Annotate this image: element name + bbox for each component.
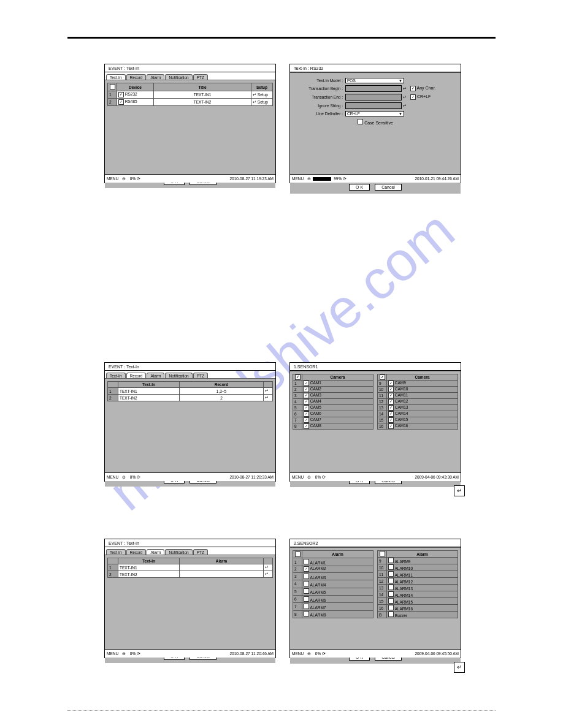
select-model[interactable]: POS▼: [345, 78, 404, 83]
tab-record[interactable]: Record: [126, 549, 147, 555]
tab-notification[interactable]: Notification: [165, 373, 192, 378]
list-item[interactable]: 3 ALARM3: [293, 572, 373, 580]
row-check[interactable]: [388, 612, 394, 617]
row-check[interactable]: [304, 393, 309, 398]
row-check[interactable]: [304, 588, 309, 594]
tab-textin[interactable]: Text-In: [106, 373, 126, 378]
list-item[interactable]: 8 CAM8: [293, 423, 373, 430]
row-check[interactable]: [118, 99, 124, 105]
row-check[interactable]: [388, 399, 394, 404]
menu-label[interactable]: MENU: [107, 651, 118, 656]
table-row[interactable]: 1TEXT-IN11,3~5↵: [108, 388, 273, 395]
menu-label[interactable]: MENU: [292, 475, 304, 479]
list-item[interactable]: 11 CAM11: [378, 393, 458, 399]
list-item[interactable]: 5 CAM5: [293, 405, 373, 411]
list-item[interactable]: 7 CAM7: [293, 417, 373, 423]
row-check[interactable]: [388, 598, 394, 604]
list-item[interactable]: 12 ALARM12: [378, 578, 458, 585]
list-item[interactable]: 14 ALARM14: [378, 591, 458, 598]
tab-record[interactable]: Record: [126, 373, 147, 378]
list-item[interactable]: 10 ALARM10: [378, 564, 458, 571]
menu-label[interactable]: MENU: [292, 651, 304, 656]
row-check[interactable]: [304, 596, 309, 602]
input-ignore[interactable]: [345, 102, 402, 109]
tab-notification[interactable]: Notification: [165, 74, 192, 80]
table-row[interactable]: 2TEXT-IN22↵: [108, 395, 273, 401]
tab-alarm[interactable]: Alarm: [147, 373, 164, 378]
refresh-icon[interactable]: ⟳: [322, 651, 326, 656]
row-check[interactable]: [118, 92, 124, 97]
tab-record[interactable]: Record: [126, 74, 147, 80]
row-check[interactable]: [304, 566, 309, 572]
row-check[interactable]: [304, 611, 309, 616]
check-anychar[interactable]: [410, 86, 416, 91]
row-check[interactable]: [388, 423, 394, 429]
list-item[interactable]: 9 ALARM9: [378, 558, 458, 564]
check-crlf[interactable]: [410, 94, 416, 100]
row-check[interactable]: [388, 387, 394, 392]
row-check[interactable]: [304, 604, 309, 609]
list-item[interactable]: 2 CAM2: [293, 387, 373, 393]
select-delim[interactable]: CR+LF▼: [345, 111, 404, 116]
list-item[interactable]: 4 ALARM4: [293, 580, 373, 588]
row-check[interactable]: [304, 381, 309, 386]
list-item[interactable]: 10 CAM10: [378, 387, 458, 393]
table-row[interactable]: 1 RS232 TEXT-IN1 ↵ Setup: [108, 91, 273, 99]
list-item[interactable]: 13 ALARM13: [378, 585, 458, 591]
list-item[interactable]: 3 CAM3: [293, 393, 373, 399]
row-check[interactable]: [304, 387, 309, 392]
row-check[interactable]: [388, 564, 394, 570]
list-item[interactable]: 5 ALARM5: [293, 588, 373, 595]
list-item[interactable]: 2 ALARM2: [293, 566, 373, 572]
list-item[interactable]: 13 CAM13: [378, 405, 458, 411]
refresh-icon[interactable]: ⟳: [343, 176, 347, 181]
tab-notification[interactable]: Notification: [165, 549, 192, 555]
tab-ptz[interactable]: PTZ: [193, 74, 208, 80]
row-check[interactable]: [388, 393, 394, 398]
list-item[interactable]: 8 ALARM8: [293, 610, 373, 618]
row-check[interactable]: [304, 405, 309, 411]
cancel-button[interactable]: Cancel: [375, 184, 402, 191]
list-item[interactable]: 12 CAM12: [378, 399, 458, 405]
row-check[interactable]: [388, 571, 394, 577]
check-all[interactable]: [295, 374, 301, 380]
check-all[interactable]: [380, 551, 385, 556]
tab-textin[interactable]: Text-In: [106, 74, 126, 80]
row-check[interactable]: [304, 417, 309, 423]
row-check[interactable]: [388, 591, 394, 597]
tab-textin[interactable]: Text-In: [106, 549, 126, 555]
row-check[interactable]: [388, 558, 394, 563]
row-check[interactable]: [388, 578, 394, 583]
row-check[interactable]: [388, 405, 394, 411]
check-all[interactable]: [110, 84, 115, 89]
check-all[interactable]: [380, 374, 385, 380]
row-check[interactable]: [304, 574, 309, 579]
refresh-icon[interactable]: ⟳: [137, 475, 140, 479]
refresh-icon[interactable]: ⟳: [137, 176, 140, 181]
row-check[interactable]: [304, 581, 309, 586]
ok-button[interactable]: O K: [349, 184, 370, 191]
row-check[interactable]: [388, 381, 394, 386]
refresh-icon[interactable]: ⟳: [322, 475, 326, 479]
list-item[interactable]: 9 CAM9: [378, 381, 458, 387]
table-row[interactable]: 1TEXT-IN1↵: [108, 564, 273, 571]
list-item[interactable]: 11 ALARM11: [378, 571, 458, 578]
table-row[interactable]: 2TEXT-IN2↵: [108, 571, 273, 578]
menu-label[interactable]: MENU: [107, 475, 118, 479]
row-check[interactable]: [388, 605, 394, 610]
list-item[interactable]: 15 ALARM15: [378, 598, 458, 605]
row-check[interactable]: [304, 411, 309, 417]
check-all[interactable]: [295, 552, 301, 557]
refresh-icon[interactable]: ⟳: [137, 651, 140, 656]
table-row[interactable]: 2 RS485 TEXT-IN2 ↵ Setup: [108, 99, 273, 106]
list-item[interactable]: B Buzzer: [378, 612, 458, 618]
tab-ptz[interactable]: PTZ: [193, 549, 208, 555]
menu-label[interactable]: MENU: [107, 176, 118, 181]
row-check[interactable]: [304, 423, 309, 429]
menu-label[interactable]: MENU: [292, 176, 304, 181]
list-item[interactable]: 6 ALARM6: [293, 595, 373, 602]
list-item[interactable]: 7 ALARM7: [293, 603, 373, 610]
list-item[interactable]: 16 CAM16: [378, 423, 458, 430]
list-item[interactable]: 4 CAM4: [293, 399, 373, 405]
tab-ptz[interactable]: PTZ: [193, 373, 208, 378]
